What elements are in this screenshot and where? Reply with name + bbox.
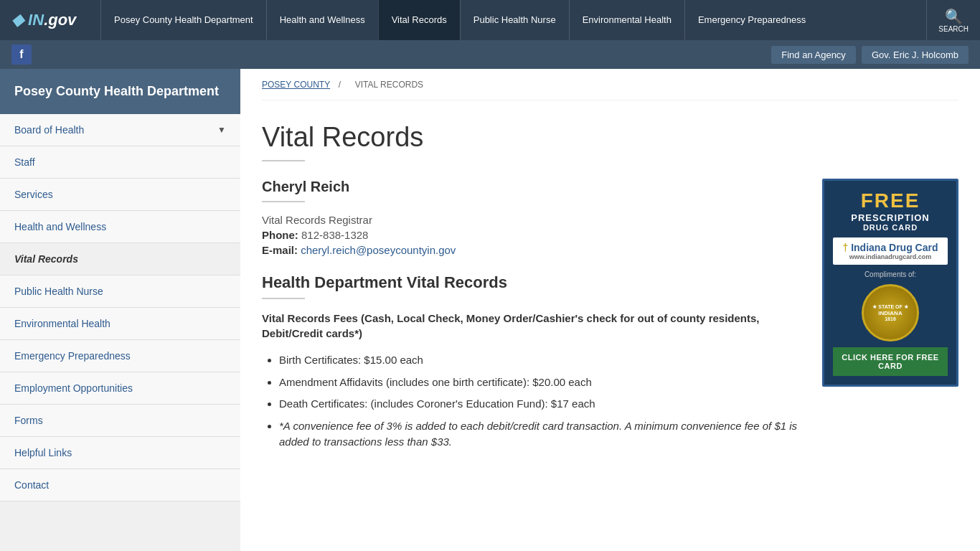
- ad-seal: ★ STATE OF ★ INDIANA 1816: [862, 284, 919, 342]
- nav-items: Posey County Health Department Health an…: [100, 0, 926, 40]
- ad-compliments: Compliments of:: [833, 270, 948, 278]
- list-item: Contact: [0, 469, 240, 501]
- list-item: Health and Wellness: [0, 211, 240, 243]
- list-item: Board of Health ▼: [0, 114, 240, 146]
- fees-note: Vital Records Fees (Cash, Local Check, M…: [262, 311, 801, 341]
- sidebar: Posey County Health Department Board of …: [0, 69, 240, 551]
- search-button[interactable]: 🔍 SEARCH: [926, 0, 980, 40]
- secondary-right: Find an Agency Gov. Eric J. Holcomb: [771, 46, 969, 64]
- facebook-icon[interactable]: f: [11, 44, 32, 65]
- contact-email: E-mail: cheryl.reich@poseycountyin.gov: [262, 244, 801, 256]
- section-divider-2: [262, 298, 305, 299]
- fee-list: Birth Certificates: $15.00 each Amendmen…: [262, 352, 801, 451]
- list-item: Services: [0, 179, 240, 211]
- list-item: Employment Opportunities: [0, 372, 240, 405]
- nav-posey-county[interactable]: Posey County Health Department: [100, 0, 266, 40]
- sidebar-title: Posey County Health Department: [0, 69, 240, 114]
- governor-button[interactable]: Gov. Eric J. Holcomb: [862, 46, 969, 64]
- nav-environmental-health[interactable]: Environmental Health: [569, 0, 684, 40]
- ad-logo-name: † Indiana Drug Card: [839, 242, 942, 253]
- nav-public-health-nurse[interactable]: Public Health Nurse: [460, 0, 569, 40]
- ad-drug-card-label: DRUG CARD: [833, 223, 948, 232]
- list-item: *A convenience fee of 3% is added to eac…: [279, 418, 801, 451]
- sidebar-item-board-of-health[interactable]: Board of Health ▼: [0, 114, 240, 146]
- list-item: Helpful Links: [0, 437, 240, 469]
- list-item: Emergency Preparedness: [0, 340, 240, 372]
- contact-title: Vital Records Registrar: [262, 214, 801, 226]
- sidebar-item-contact[interactable]: Contact: [0, 469, 240, 501]
- sidebar-item-environmental-health[interactable]: Environmental Health: [0, 308, 240, 339]
- find-agency-button[interactable]: Find an Agency: [771, 46, 856, 64]
- nav-emergency-preparedness[interactable]: Emergency Preparedness: [684, 0, 819, 40]
- list-item: Staff: [0, 146, 240, 179]
- phone-label: Phone:: [262, 229, 298, 241]
- section-divider-1: [262, 201, 305, 202]
- list-item: Forms: [0, 405, 240, 437]
- list-item: Public Health Nurse: [0, 276, 240, 308]
- breadcrumb-current: VITAL RECORDS: [355, 80, 423, 90]
- contact-phone: Phone: 812-838-1328: [262, 229, 801, 241]
- contact-info: Vital Records Registrar Phone: 812-838-1…: [262, 214, 801, 256]
- sidebar-item-employment[interactable]: Employment Opportunities: [0, 372, 240, 404]
- sidebar-item-helpful-links[interactable]: Helpful Links: [0, 437, 240, 468]
- search-icon: 🔍: [945, 8, 963, 25]
- sidebar-item-public-health-nurse[interactable]: Public Health Nurse: [0, 276, 240, 307]
- ad-seal-text: ★ STATE OF ★ INDIANA 1816: [872, 304, 908, 321]
- title-divider: [262, 160, 305, 161]
- sidebar-item-emergency-preparedness[interactable]: Emergency Preparedness: [0, 340, 240, 372]
- sidebar-item-staff[interactable]: Staff: [0, 146, 240, 178]
- section2-title: Health Department Vital Records: [262, 273, 801, 292]
- contact-name: Cheryl Reich: [262, 179, 801, 195]
- nav-vital-records[interactable]: Vital Records: [378, 0, 460, 40]
- list-item: Birth Certificates: $15.00 each: [279, 352, 801, 369]
- email-link[interactable]: cheryl.reich@poseycountyin.gov: [301, 244, 456, 256]
- list-item: Environmental Health: [0, 308, 240, 340]
- list-item: Amendment Affidavits (includes one birth…: [279, 375, 801, 391]
- ad-prescription-label: PRESCRIPTION: [833, 212, 948, 223]
- content-flex: Cheryl Reich Vital Records Registrar Pho…: [262, 179, 958, 462]
- ad-logo-url: www.indianadrugcard.com: [839, 253, 942, 260]
- sidebar-item-vital-records[interactable]: Vital Records: [0, 243, 240, 275]
- list-item: Vital Records: [0, 243, 240, 276]
- breadcrumb: POSEY COUNTY / VITAL RECORDS: [262, 69, 958, 100]
- chevron-down-icon: ▼: [217, 125, 226, 135]
- breadcrumb-separator: /: [339, 80, 341, 90]
- main-container: Posey County Health Department Board of …: [0, 69, 980, 551]
- secondary-left: f: [11, 44, 32, 65]
- sidebar-item-health-wellness[interactable]: Health and Wellness: [0, 211, 240, 242]
- sidebar-nav: Board of Health ▼ Staff Services Health …: [0, 114, 240, 501]
- breadcrumb-parent[interactable]: POSEY COUNTY: [262, 80, 330, 90]
- list-item: Death Certificates: (includes Coroner's …: [279, 396, 801, 413]
- ad-free-label: FREE: [833, 189, 948, 212]
- content-main: Cheryl Reich Vital Records Registrar Pho…: [262, 179, 801, 462]
- sidebar-item-services[interactable]: Services: [0, 179, 240, 210]
- site-logo[interactable]: ◆ IN.gov: [0, 0, 100, 40]
- top-navigation: ◆ IN.gov Posey County Health Department …: [0, 0, 980, 40]
- ad-logo: † Indiana Drug Card www.indianadrugcard.…: [833, 237, 948, 265]
- sidebar-item-forms[interactable]: Forms: [0, 405, 240, 436]
- nav-health-wellness[interactable]: Health and Wellness: [266, 0, 378, 40]
- main-content: POSEY COUNTY / VITAL RECORDS Vital Recor…: [240, 69, 980, 551]
- logo-text: ◆ IN.gov: [11, 11, 76, 29]
- email-label: E-mail:: [262, 244, 298, 256]
- secondary-navigation: f Find an Agency Gov. Eric J. Holcomb: [0, 40, 980, 69]
- page-title: Vital Records: [262, 122, 958, 153]
- ad-cta-button[interactable]: CLICK HERE FOR FREE CARD: [833, 347, 948, 376]
- phone-value: 812-838-1328: [301, 229, 368, 241]
- ad-card[interactable]: FREE PRESCRIPTION DRUG CARD † Indiana Dr…: [822, 179, 958, 387]
